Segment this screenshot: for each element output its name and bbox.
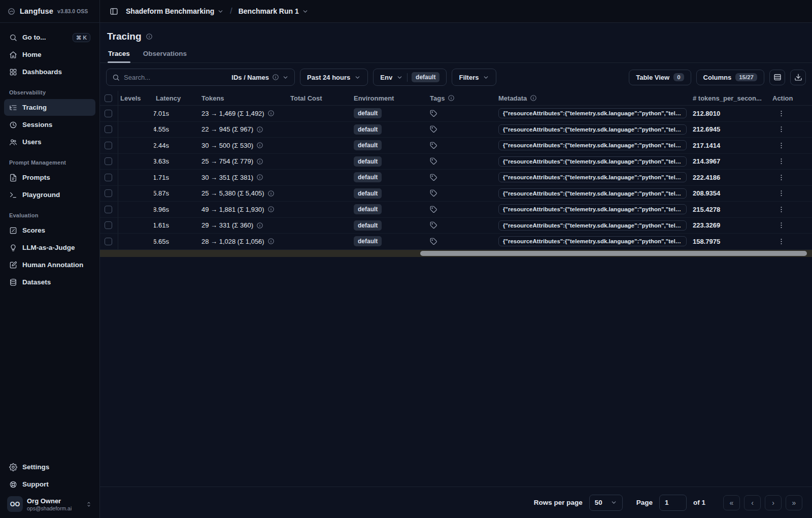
first-page-button[interactable]: « [723,495,740,510]
row-checkbox[interactable] [105,157,112,165]
tag-icon[interactable] [430,157,437,165]
row-actions-menu-button[interactable] [775,204,787,215]
row-height-button[interactable] [769,70,785,85]
sidebar-toggle-button[interactable] [107,4,121,18]
row-checkbox[interactable] [105,174,112,181]
table-row[interactable]: 3.63s25 → 754 (Σ 779)default{"resourceAt… [100,154,812,170]
tag-icon[interactable] [430,174,437,181]
table-view-button[interactable]: Table View 0 [629,70,691,85]
metadata-pill[interactable]: {"resourceAttributes":{"telemetry.sdk.la… [498,108,687,118]
sidebar-item-scores[interactable]: Scores [4,222,95,239]
project-breadcrumb-dropdown[interactable]: Benchmark Run 1 [239,7,309,15]
row-actions-menu-button[interactable] [775,172,787,183]
cell-tags [428,122,496,138]
langfuse-logo[interactable]: Langfuse v3.83.0 OSS [0,0,99,23]
filters-dropdown[interactable]: Filters [452,69,496,86]
search-scope-dropdown[interactable]: IDs / Names [231,74,289,81]
previous-page-button[interactable]: ‹ [744,495,761,510]
tab-traces[interactable]: Traces [108,46,130,62]
scrollbar-thumb[interactable] [420,251,807,256]
table-row[interactable]: 1.61s29 → 331 (Σ 360)default{"resourceAt… [100,218,812,234]
table-row[interactable]: 8.96s49 → 1,881 (Σ 1,930)default{"resour… [100,202,812,218]
sidebar-item-users[interactable]: Users [4,134,95,150]
metadata-pill[interactable]: {"resourceAttributes":{"telemetry.sdk.la… [498,236,687,246]
row-checkbox[interactable] [105,110,112,117]
cell-tags [428,138,496,153]
sidebar-item-dashboards[interactable]: Dashboards [4,63,95,80]
row-actions-menu-button[interactable] [775,156,787,167]
cell-tokens: 25 → 5,380 (Σ 5,405) [199,186,288,202]
org-breadcrumb-dropdown[interactable]: Shadeform Benchmarking [126,7,224,15]
sidebar-item-tracing[interactable]: Tracing [4,99,95,116]
tag-icon[interactable] [430,125,437,133]
tag-icon[interactable] [430,221,437,229]
tokens-value: 25 → 754 (Σ 779) [201,157,253,165]
row-checkbox[interactable] [105,142,112,149]
sidebar-item-playground[interactable]: Playground [4,186,95,203]
sidebar-item-llm-as-a-judge[interactable]: LLM-as-a-Judge [4,239,95,256]
table-row[interactable]: 1.71s30 → 351 (Σ 381)default{"resourceAt… [100,170,812,186]
sidebar-item-label: Sessions [22,121,52,128]
filters-label: Filters [459,74,479,81]
sidebar-item-home[interactable]: Home [4,46,95,63]
row-actions-menu-button[interactable] [775,124,787,135]
sidebar-item-settings[interactable]: Settings [4,459,95,475]
row-actions-menu-button[interactable] [775,220,787,231]
export-button[interactable] [790,70,806,85]
last-page-button[interactable]: » [786,495,802,510]
search-box[interactable]: IDs / Names [106,69,295,86]
sidebar-item-datasets[interactable]: Datasets [4,274,95,290]
tab-observations[interactable]: Observations [143,46,187,62]
horizontal-scrollbar[interactable] [100,250,812,257]
chevron-left-icon: ‹ [751,499,754,507]
row-actions-menu-button[interactable] [775,188,787,199]
metadata-pill[interactable]: {"resourceAttributes":{"telemetry.sdk.la… [498,140,687,150]
sidebar-item-sessions[interactable]: Sessions [4,116,95,133]
row-checkbox[interactable] [105,206,112,213]
column-header-env: Environment [352,91,428,105]
time-range-dropdown[interactable]: Past 24 hours [300,69,368,86]
table-row[interactable]: 2.44s30 → 500 (Σ 530)default{"resourceAt… [100,138,812,154]
brand-version: v3.83.0 OSS [57,8,88,14]
page-number-input[interactable] [659,495,687,511]
tag-icon[interactable] [430,189,437,197]
column-header-label: Total Cost [290,94,322,102]
sidebar-item-human-annotation[interactable]: Human Annotation [4,256,95,273]
row-actions-menu-button[interactable] [775,140,787,151]
tag-icon[interactable] [430,110,437,117]
row-checkbox[interactable] [105,125,112,133]
sidebar-item-support[interactable]: Support [4,476,95,493]
cell-tokens: 28 → 1,028 (Σ 1,056) [199,234,288,249]
row-checkbox[interactable] [105,238,112,245]
table-row[interactable]: 25.87s25 → 5,380 (Σ 5,405)default{"resou… [100,186,812,202]
pager-buttons: « ‹ › » [723,495,802,510]
row-actions-menu-button[interactable] [775,236,787,247]
metadata-pill[interactable]: {"resourceAttributes":{"telemetry.sdk.la… [498,124,687,135]
environment-filter-dropdown[interactable]: Env default [373,69,447,86]
row-checkbox[interactable] [105,189,112,197]
go-to-label: Go to... [22,34,46,41]
table-row[interactable]: 4.55s22 → 945 (Σ 967)default{"resourceAt… [100,122,812,138]
metadata-pill[interactable]: {"resourceAttributes":{"telemetry.sdk.la… [498,220,687,231]
row-checkbox[interactable] [105,221,112,229]
metadata-pill[interactable]: {"resourceAttributes":{"telemetry.sdk.la… [498,188,687,199]
tag-icon[interactable] [430,142,437,149]
tag-icon[interactable] [430,238,437,245]
sidebar-item-go-to[interactable]: Go to...⌘ K [4,29,95,46]
rows-per-page-select[interactable]: 50 [589,495,623,511]
next-page-button[interactable]: › [765,495,782,510]
table-row[interactable]: 6.65s28 → 1,028 (Σ 1,056)default{"resour… [100,234,812,250]
sidebar-item-prompts[interactable]: Prompts [4,169,95,186]
metadata-pill[interactable]: {"resourceAttributes":{"telemetry.sdk.la… [498,172,687,182]
columns-button[interactable]: Columns 15/27 [696,70,764,85]
tag-icon[interactable] [430,206,437,213]
metadata-pill[interactable]: {"resourceAttributes":{"telemetry.sdk.la… [498,204,687,214]
row-actions-menu-button[interactable] [775,108,787,119]
metadata-pill[interactable]: {"resourceAttributes":{"telemetry.sdk.la… [498,156,687,167]
select-all-checkbox[interactable] [105,94,112,102]
table-row[interactable]: 7.01s23 → 1,469 (Σ 1,492)default{"resour… [100,106,812,122]
user-menu[interactable]: OOOrg Ownerops@shadeform.ai [4,493,95,513]
cell-levels [118,218,154,234]
search-input[interactable] [124,74,227,81]
sidebar-nav: Go to...⌘ KHomeDashboardsObservabilityTr… [0,23,99,455]
